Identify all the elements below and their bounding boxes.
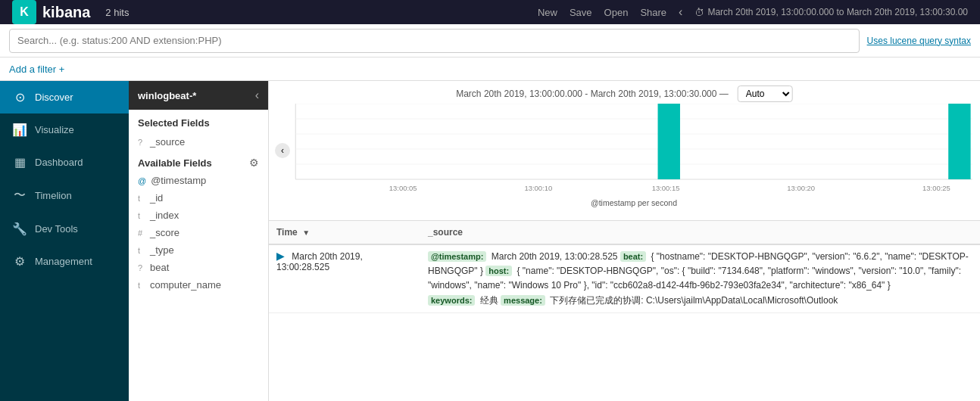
- histogram-chart: 1 0.8 0.6 0.4 0.2 0 13: [292, 104, 976, 213]
- index-pattern-header: winlogbeat-* ‹: [129, 81, 268, 110]
- sidebar-item-label-timelion: Timelion: [35, 190, 72, 201]
- main-content: ⊙ Discover 📊 Visualize ▦ Dashboard 〜 Tim…: [0, 81, 980, 401]
- field-name-timestamp: @timestamp: [151, 175, 206, 186]
- kibana-logo: K kibana: [12, 0, 90, 24]
- filter-bar: Add a filter +: [0, 58, 980, 81]
- field-type-beat: ?: [138, 263, 145, 272]
- sidebar-item-label-visualize: Visualize: [35, 124, 74, 135]
- row-expand-button[interactable]: ▶: [276, 250, 285, 262]
- svg-text:@timestamp per second: @timestamp per second: [591, 199, 677, 207]
- field-name-beat: beat: [150, 262, 169, 273]
- svg-text:13:00:05: 13:00:05: [389, 185, 417, 192]
- field-item-timestamp[interactable]: @ @timestamp: [129, 172, 268, 189]
- hits-count: 2 hits: [105, 7, 129, 18]
- results-table: Time ▼ _source ▶ March 20th 2019, 13:00:…: [269, 221, 980, 313]
- collapse-chart-button[interactable]: ‹: [275, 143, 290, 158]
- field-name-type: _type: [150, 244, 174, 256]
- chart-time-range: March 20th 2019, 13:00:00.000 - March 20…: [456, 89, 729, 99]
- devtools-icon: 🔧: [12, 222, 27, 236]
- sort-icon: ▼: [302, 228, 310, 237]
- index-pattern-name[interactable]: winlogbeat-*: [138, 90, 196, 101]
- available-fields-header: Available Fields ⚙: [129, 151, 268, 172]
- top-toolbar: K kibana 2 hits New Save Open Share ‹ ⏱ …: [0, 0, 980, 24]
- collapse-panel-button[interactable]: ‹: [255, 89, 259, 102]
- field-item-index[interactable]: t _index: [129, 207, 268, 224]
- visualize-icon: 📊: [12, 123, 27, 137]
- field-name-computer-name: computer_name: [150, 279, 221, 291]
- message-key: message:: [501, 295, 545, 306]
- chart-area: ‹ March 20th 2019, 13:00:00.000 - March …: [269, 81, 980, 221]
- field-name-score: _score: [150, 227, 179, 238]
- sidebar-item-discover[interactable]: ⊙ Discover: [0, 81, 129, 113]
- sidebar-item-label-dashboard: Dashboard: [35, 157, 83, 168]
- timelion-icon: 〜: [12, 188, 27, 204]
- table-area: Time ▼ _source ▶ March 20th 2019, 13:00:…: [269, 221, 980, 401]
- field-item-beat[interactable]: ? beat: [129, 259, 268, 276]
- bar-2[interactable]: [948, 104, 970, 179]
- sidebar-item-management[interactable]: ⚙ Management: [0, 245, 129, 278]
- field-type-score: #: [138, 228, 145, 238]
- svg-text:13:00:10: 13:00:10: [524, 185, 552, 192]
- interval-select[interactable]: Auto: [738, 85, 793, 102]
- search-bar: Uses lucene query syntax: [0, 24, 980, 58]
- keywords-key: keywords:: [428, 295, 475, 306]
- field-item-computer-name[interactable]: t computer_name: [129, 276, 268, 294]
- dashboard-icon: ▦: [12, 155, 27, 169]
- sidebar-item-visualize[interactable]: 📊 Visualize: [0, 113, 129, 146]
- source-content: @timestamp: March 20th 2019, 13:00:28.52…: [428, 250, 972, 308]
- settings-icon[interactable]: ⚙: [249, 157, 259, 169]
- table-cell-time: ▶ March 20th 2019, 13:00:28.525: [269, 244, 420, 312]
- time-column-header[interactable]: Time ▼: [269, 221, 420, 244]
- field-item-id[interactable]: t _id: [129, 189, 268, 207]
- date-range-display: ⏱ March 20th 2019, 13:00:00.000 to March…: [694, 7, 968, 18]
- field-type-id: t: [138, 194, 145, 203]
- management-icon: ⚙: [12, 254, 27, 269]
- share-button[interactable]: Share: [640, 7, 666, 18]
- source-column-header: _source: [420, 221, 980, 244]
- field-item-type[interactable]: t _type: [129, 241, 268, 259]
- timestamp-key: @timestamp:: [428, 251, 486, 262]
- field-item-score[interactable]: # _score: [129, 224, 268, 241]
- selected-fields-title: Selected Fields: [129, 110, 268, 133]
- message-val: 下列存储已完成的协调: C:\Users\jailm\AppData\Local…: [550, 295, 838, 306]
- field-type-computer-name: t: [138, 281, 145, 290]
- timestamp-val: March 20th 2019, 13:00:28.525: [492, 251, 620, 262]
- sidebar-item-label-discover: Discover: [35, 92, 73, 103]
- sidebar-nav: ⊙ Discover 📊 Visualize ▦ Dashboard 〜 Tim…: [0, 81, 129, 401]
- sidebar-item-label-management: Management: [35, 256, 92, 267]
- discover-icon: ⊙: [12, 90, 27, 104]
- save-button[interactable]: Save: [570, 7, 592, 18]
- table-row: ▶ March 20th 2019, 13:00:28.525 @timesta…: [269, 244, 980, 312]
- field-panel: winlogbeat-* ‹ Selected Fields ? _source…: [129, 81, 269, 401]
- field-name-index: _index: [150, 210, 179, 221]
- beat-key: beat:: [620, 251, 646, 262]
- svg-text:13:00:25: 13:00:25: [922, 185, 950, 192]
- field-type-timestamp: @: [138, 176, 146, 185]
- open-button[interactable]: Open: [604, 7, 629, 18]
- results-area: ‹ March 20th 2019, 13:00:00.000 - March …: [269, 81, 980, 401]
- sidebar-item-timelion[interactable]: 〜 Timelion: [0, 179, 129, 213]
- host-key: host:: [485, 266, 512, 276]
- search-input[interactable]: [9, 29, 860, 53]
- bar-1[interactable]: [658, 104, 680, 179]
- timestamp-value: March 20th 2019, 13:00:28.525: [276, 251, 363, 272]
- field-type-source: ?: [138, 138, 145, 147]
- app-name: kibana: [42, 4, 90, 21]
- field-name-source: _source: [150, 136, 185, 148]
- field-item-source[interactable]: ? _source: [129, 133, 268, 151]
- available-fields-title: Available Fields: [138, 157, 212, 169]
- toolbar-actions: New Save Open Share ‹ ⏱ March 20th 2019,…: [538, 5, 968, 19]
- sidebar-item-dashboard[interactable]: ▦ Dashboard: [0, 146, 129, 179]
- new-button[interactable]: New: [538, 7, 557, 18]
- nav-back-arrow[interactable]: ‹: [679, 5, 682, 19]
- svg-text:13:00:20: 13:00:20: [787, 185, 815, 192]
- logo-icon: K: [12, 0, 36, 24]
- add-filter-button[interactable]: Add a filter +: [9, 64, 64, 75]
- field-type-index: t: [138, 211, 145, 220]
- sidebar-item-devtools[interactable]: 🔧 Dev Tools: [0, 213, 129, 245]
- table-cell-source: @timestamp: March 20th 2019, 13:00:28.52…: [420, 244, 980, 312]
- lucene-hint[interactable]: Uses lucene query syntax: [867, 36, 971, 46]
- sidebar-item-label-devtools: Dev Tools: [35, 223, 78, 235]
- field-name-id: _id: [150, 192, 163, 204]
- clock-icon: ⏱: [694, 7, 704, 18]
